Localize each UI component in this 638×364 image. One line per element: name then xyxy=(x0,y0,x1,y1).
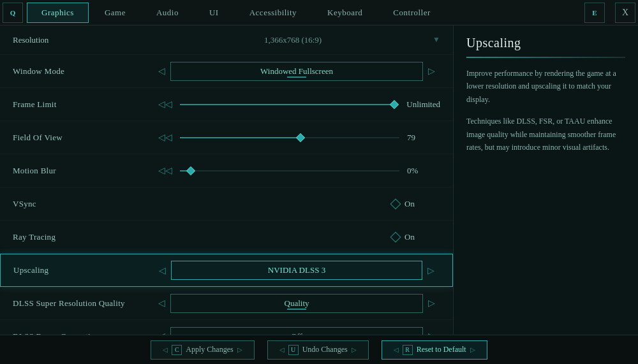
resolution-label: Resolution xyxy=(13,35,153,45)
resolution-value: 1,366x768 (16:9) xyxy=(153,35,433,45)
vsync-value: On xyxy=(404,199,415,209)
window-mode-control: ◁ Windowed Fullscreen ▷ xyxy=(153,62,440,81)
upscaling-next-icon[interactable]: ▷ xyxy=(422,265,440,276)
top-nav-bar: Q Graphics Game Audio UI Accessibility K… xyxy=(0,0,638,25)
tab-graphics[interactable]: Graphics xyxy=(27,3,89,23)
fov-prev-icon[interactable]: ◁◁ xyxy=(153,132,177,143)
settings-panel: Resolution 1,366x768 (16:9) ▼ Window Mod… xyxy=(0,25,453,335)
tab-accessibility[interactable]: Accessibility xyxy=(235,3,311,23)
apply-changes-button[interactable]: ◁ C Apply Changes ▷ xyxy=(151,340,254,360)
info-paragraph-1: Improve performance by rendering the gam… xyxy=(466,67,625,106)
setting-row-resolution: Resolution 1,366x768 (16:9) ▼ xyxy=(0,25,453,55)
setting-row-window-mode: Window Mode ◁ Windowed Fullscreen ▷ xyxy=(0,55,453,88)
dlss-quality-select[interactable]: ◁ Quality ▷ xyxy=(153,294,440,313)
reset-chevron-right-icon: ▷ xyxy=(470,346,475,353)
info-paragraph-2: Techniques like DLSS, FSR, or TAAU enhan… xyxy=(466,115,625,154)
frame-limit-value: Unlimited xyxy=(401,99,440,110)
vsync-diamond-icon xyxy=(390,198,401,209)
motion-blur-label: Motion Blur xyxy=(13,166,153,176)
dlss-frame-gen-next-icon[interactable]: ▷ xyxy=(423,331,440,335)
setting-row-fov: Field Of View ◁◁ 79 xyxy=(0,121,453,154)
dlss-quality-label: DLSS Super Resolution Quality xyxy=(13,298,153,309)
frame-limit-track[interactable] xyxy=(180,104,399,105)
undo-changes-button[interactable]: ◁ U Undo Changes ▷ xyxy=(267,340,369,360)
upscaling-prev-icon[interactable]: ◁ xyxy=(154,265,171,276)
dlss-frame-gen-label: DLSS Frame Generation xyxy=(13,331,153,335)
ray-tracing-control: On xyxy=(153,232,440,242)
tab-game[interactable]: Game xyxy=(90,3,140,23)
fov-value: 79 xyxy=(402,133,440,143)
undo-chevron-left-icon: ◁ xyxy=(279,346,285,353)
upscaling-value: NVIDIA DLSS 3 xyxy=(171,261,422,280)
tab-keyboard[interactable]: Keyboard xyxy=(313,3,377,23)
ray-tracing-label: Ray Tracing xyxy=(13,232,153,242)
undo-changes-label: Undo Changes xyxy=(302,345,348,354)
dlss-quality-next-icon[interactable]: ▷ xyxy=(423,298,440,309)
setting-row-dlss-frame-gen: DLSS Frame Generation ◁ Off ▷ xyxy=(0,320,453,335)
setting-row-vsync: VSync On xyxy=(0,187,453,221)
dlss-frame-gen-control: ◁ Off ▷ xyxy=(153,327,440,335)
window-mode-next-icon[interactable]: ▷ xyxy=(423,66,440,76)
reset-to-default-button[interactable]: ◁ R Reset to Default ▷ xyxy=(382,340,487,360)
dlss-quality-control: ◁ Quality ▷ xyxy=(153,294,440,313)
setting-row-ray-tracing: Ray Tracing On xyxy=(0,221,453,254)
apply-changes-label: Apply Changes xyxy=(186,345,233,354)
frame-limit-slider[interactable]: ◁◁ Unlimited xyxy=(153,99,440,110)
motion-blur-control: ◁◁ 0% xyxy=(153,165,440,176)
reset-key-icon: R xyxy=(403,345,413,355)
ray-tracing-value: On xyxy=(404,232,415,242)
motion-blur-track[interactable] xyxy=(180,170,399,171)
vsync-label: VSync xyxy=(13,199,153,209)
q-icon: Q xyxy=(3,3,23,23)
fov-label: Field Of View xyxy=(13,133,153,143)
motion-blur-value: 0% xyxy=(402,166,440,176)
frame-limit-prev-icon[interactable]: ◁◁ xyxy=(153,99,177,110)
upscaling-label: Upscaling xyxy=(13,265,154,275)
main-content: Resolution 1,366x768 (16:9) ▼ Window Mod… xyxy=(0,25,638,335)
undo-chevron-right-icon: ▷ xyxy=(352,346,357,353)
frame-limit-control: ◁◁ Unlimited xyxy=(153,99,440,110)
info-title: Upscaling xyxy=(454,25,638,57)
apply-key-icon: C xyxy=(172,345,182,355)
e-icon: E xyxy=(584,3,605,23)
fov-control: ◁◁ 79 xyxy=(153,132,440,143)
fov-slider[interactable]: ◁◁ 79 xyxy=(153,132,440,143)
motion-blur-prev-icon[interactable]: ◁◁ xyxy=(153,165,177,176)
upscaling-select[interactable]: ◁ NVIDIA DLSS 3 ▷ xyxy=(154,261,440,280)
tab-ui[interactable]: UI xyxy=(195,3,234,23)
motion-blur-slider[interactable]: ◁◁ 0% xyxy=(153,165,440,176)
apply-chevron-left-icon: ◁ xyxy=(163,346,168,353)
dlss-frame-gen-prev-icon[interactable]: ◁ xyxy=(153,331,170,335)
bottom-bar: ◁ C Apply Changes ▷ ◁ U Undo Changes ▷ ◁… xyxy=(0,335,638,364)
setting-row-motion-blur: Motion Blur ◁◁ 0% xyxy=(0,154,453,187)
reset-to-default-label: Reset to Default xyxy=(417,345,466,354)
window-mode-prev-icon[interactable]: ◁ xyxy=(153,66,170,76)
tab-audio[interactable]: Audio xyxy=(142,3,193,23)
tab-controller[interactable]: Controller xyxy=(378,3,445,23)
dlss-frame-gen-select[interactable]: ◁ Off ▷ xyxy=(153,327,440,335)
info-panel: Upscaling Improve performance by renderi… xyxy=(453,25,638,335)
dlss-quality-value: Quality xyxy=(170,294,423,313)
ray-tracing-toggle[interactable]: On xyxy=(153,232,440,242)
window-mode-value: Windowed Fullscreen xyxy=(170,62,423,81)
resolution-arrow-icon[interactable]: ▼ xyxy=(433,35,440,45)
dlss-quality-prev-icon[interactable]: ◁ xyxy=(153,298,170,309)
frame-limit-label: Frame Limit xyxy=(13,99,153,110)
ray-tracing-diamond-icon xyxy=(390,231,401,242)
setting-row-frame-limit: Frame Limit ◁◁ Unlimited xyxy=(0,88,453,121)
undo-key-icon: U xyxy=(288,345,299,355)
close-button[interactable]: X xyxy=(615,3,635,23)
vsync-control: On xyxy=(153,199,440,209)
vsync-toggle[interactable]: On xyxy=(153,199,440,209)
setting-row-upscaling[interactable]: Upscaling ◁ NVIDIA DLSS 3 ▷ xyxy=(0,254,453,287)
apply-chevron-right-icon: ▷ xyxy=(237,346,242,353)
reset-chevron-left-icon: ◁ xyxy=(394,346,399,353)
window-mode-select[interactable]: ◁ Windowed Fullscreen ▷ xyxy=(153,62,440,81)
upscaling-control: ◁ NVIDIA DLSS 3 ▷ xyxy=(154,261,440,280)
window-mode-label: Window Mode xyxy=(13,66,153,76)
info-body: Improve performance by rendering the gam… xyxy=(454,58,638,171)
fov-track[interactable] xyxy=(180,137,399,138)
setting-row-dlss-quality: DLSS Super Resolution Quality ◁ Quality … xyxy=(0,287,453,320)
dlss-frame-gen-value: Off xyxy=(170,327,423,335)
